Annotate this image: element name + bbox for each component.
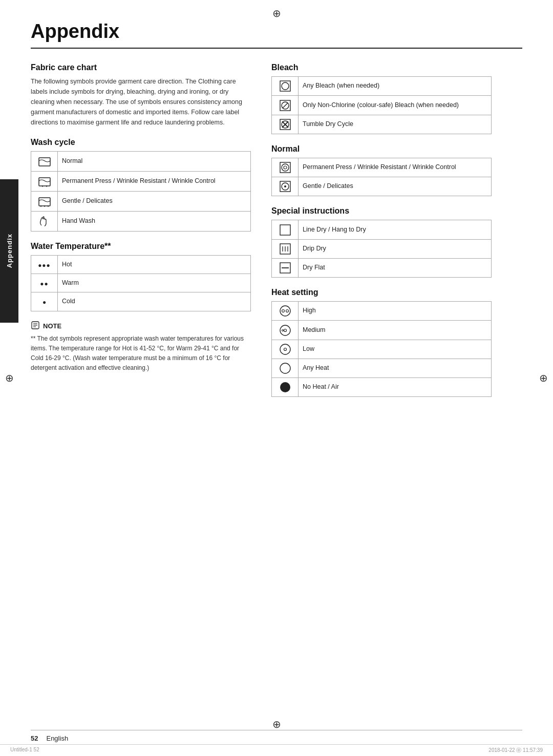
svg-point-36 xyxy=(286,310,288,312)
meta-bar: Untitled-1 52 2018-01-22 ⓔ 11:57:39 xyxy=(0,744,553,756)
normal-gentle-icon xyxy=(272,177,299,196)
heat-none-label: No Heat / Air xyxy=(299,378,492,397)
bleach-no-label: Tumble Dry Cycle xyxy=(299,115,492,134)
heat-table: High Medium xyxy=(271,301,492,397)
reg-mark-top: ⊕ xyxy=(272,7,281,19)
note-text: ** The dot symbols represent appropriate… xyxy=(31,334,251,373)
table-row: ●●● Hot xyxy=(31,256,251,274)
reg-mark-left: ⊕ xyxy=(5,372,14,384)
meta-left: Untitled-1 52 xyxy=(10,747,39,754)
note-icon xyxy=(31,321,40,331)
footer-page-number: 52 xyxy=(31,734,38,742)
water-warm-icon: ●● xyxy=(31,274,58,292)
table-row: No Heat / Air xyxy=(272,378,492,397)
page-title: Appendix xyxy=(31,20,522,43)
wash-hand-icon xyxy=(31,212,58,232)
normal-permpress-icon xyxy=(272,158,299,177)
water-cold-icon: ● xyxy=(31,292,58,311)
svg-point-41 xyxy=(284,348,286,350)
svg-point-22 xyxy=(282,164,289,171)
svg-point-43 xyxy=(280,382,290,392)
two-col-layout: Fabric care chart The following symbols … xyxy=(31,63,522,406)
water-warm-label: Warm xyxy=(58,274,251,292)
special-linedry-icon xyxy=(272,220,299,239)
side-tab-label: Appendix xyxy=(6,234,13,268)
svg-point-23 xyxy=(284,166,287,169)
svg-rect-27 xyxy=(280,225,290,235)
heat-low-icon xyxy=(272,340,299,359)
title-rule xyxy=(31,48,522,49)
table-row: Gentle / Delicates xyxy=(31,192,251,212)
bleach-title: Bleach xyxy=(271,63,492,72)
water-cold-label: Cold xyxy=(58,292,251,311)
note-label: NOTE xyxy=(43,322,61,330)
main-content: Appendix Fabric care chart The following… xyxy=(31,20,522,730)
svg-point-42 xyxy=(280,363,290,373)
meta-right: 2018-01-22 ⓔ 11:57:39 xyxy=(488,747,543,754)
bleach-nonchlorine-label: Only Non-Chlorine (colour-safe) Bleach (… xyxy=(299,96,492,115)
wash-gentle-icon xyxy=(31,192,58,212)
water-temp-table: ●●● Hot ●● Warm ● Cold xyxy=(31,255,251,311)
special-linedry-label: Line Dry / Hang to Dry xyxy=(299,220,492,239)
wash-gentle-label: Gentle / Delicates xyxy=(58,192,251,212)
svg-point-26 xyxy=(284,185,286,187)
svg-line-16 xyxy=(283,103,288,108)
table-row: ●● Warm xyxy=(31,274,251,292)
table-row: Normal xyxy=(31,152,251,172)
normal-gentle-label: Gentle / Delicates xyxy=(299,177,492,196)
wash-normal-label: Normal xyxy=(58,152,251,172)
water-hot-label: Hot xyxy=(58,256,251,274)
special-dripdry-icon xyxy=(272,239,299,258)
left-column: Fabric care chart The following symbols … xyxy=(31,63,251,406)
footer: 52 English xyxy=(31,730,522,744)
bleach-nonchlorine-icon xyxy=(272,96,299,115)
special-title: Special instructions xyxy=(271,206,492,216)
table-row: Drip Dry xyxy=(272,239,492,258)
table-row: Line Dry / Hang to Dry xyxy=(272,220,492,239)
heat-high-label: High xyxy=(299,302,492,321)
fabric-care-title: Fabric care chart xyxy=(31,63,251,72)
special-dripdry-label: Drip Dry xyxy=(299,239,492,258)
heat-none-icon xyxy=(272,378,299,397)
right-column: Bleach Any Bleach (when needed) xyxy=(271,63,492,406)
table-row: Any Heat xyxy=(272,359,492,377)
normal-title: Normal xyxy=(271,144,492,154)
special-table: Line Dry / Hang to Dry Drip Dry xyxy=(271,220,492,278)
bleach-table: Any Bleach (when needed) Only Non-Chlori… xyxy=(271,76,492,134)
table-row: Tumble Dry Cycle xyxy=(272,115,492,134)
heat-medium-icon xyxy=(272,321,299,340)
table-row: Only Non-Chlorine (colour-safe) Bleach (… xyxy=(272,96,492,115)
heat-any-icon xyxy=(272,359,299,377)
special-dryflat-label: Dry Flat xyxy=(299,258,492,277)
table-row: ● Cold xyxy=(31,292,251,311)
normal-table: Permanent Press / Wrinkle Resistant / Wr… xyxy=(271,158,492,197)
note-section: NOTE ** The dot symbols represent approp… xyxy=(31,321,251,373)
normal-permpress-label: Permanent Press / Wrinkle Resistant / Wr… xyxy=(299,158,492,177)
wash-permpress-label: Permanent Press / Wrinkle Resistant / Wr… xyxy=(58,172,251,192)
wash-hand-label: Hand Wash xyxy=(58,212,251,232)
bleach-any-icon xyxy=(272,77,299,96)
footer-language: English xyxy=(46,734,68,742)
heat-low-label: Low xyxy=(299,340,492,359)
heat-high-icon xyxy=(272,302,299,321)
heat-any-label: Any Heat xyxy=(299,359,492,377)
reg-mark-bottom: ⊕ xyxy=(272,718,281,730)
table-row: Permanent Press / Wrinkle Resistant / Wr… xyxy=(31,172,251,192)
fabric-care-desc: The following symbols provide garment ca… xyxy=(31,76,251,128)
svg-point-40 xyxy=(280,344,290,354)
wash-cycle-title: Wash cycle xyxy=(31,138,251,147)
svg-point-13 xyxy=(282,82,289,90)
note-title: NOTE xyxy=(31,321,251,331)
table-row: Permanent Press / Wrinkle Resistant / Wr… xyxy=(272,158,492,177)
bleach-no-icon xyxy=(272,115,299,134)
table-row: Low xyxy=(272,340,492,359)
page: ⊕ ⊕ ⊕ ⊕ Appendix Appendix Fabric care ch… xyxy=(0,0,553,756)
wash-permpress-icon xyxy=(31,172,58,192)
svg-point-35 xyxy=(282,310,284,312)
table-row: Gentle / Delicates xyxy=(272,177,492,196)
table-row: Any Bleach (when needed) xyxy=(272,77,492,96)
table-row: Hand Wash xyxy=(31,212,251,232)
side-tab: Appendix xyxy=(0,179,18,323)
wash-normal-icon xyxy=(31,152,58,172)
wash-cycle-table: Normal Permanent Press / Wrinkle Resista… xyxy=(31,151,251,232)
